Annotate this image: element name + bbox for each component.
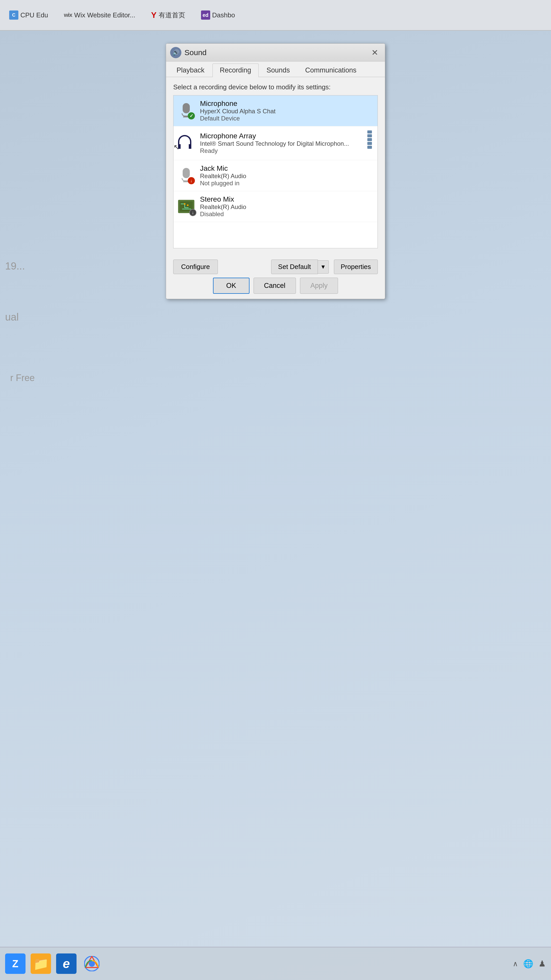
jack-mic-sub: Realtek(R) Audio	[200, 172, 374, 180]
description-text: Select a recording device below to modif…	[173, 83, 378, 91]
microphone-array-info: Microphone Array Intel® Smart Sound Tech…	[200, 132, 363, 154]
sound-dialog: 🔊 Sound ✕ Playback Recording Sounds Comm…	[166, 43, 385, 299]
dialog-overlay: 🔊 Sound ✕ Playback Recording Sounds Comm…	[0, 30, 551, 947]
set-default-dropdown-button[interactable]: ▼	[318, 260, 329, 274]
device-list[interactable]: ✓ Microphone HyperX Cloud Alpha S Chat D…	[173, 95, 378, 248]
tab-youdao[interactable]: Y 有道首页	[147, 8, 189, 22]
taskbar-zoom-icon[interactable]: Z	[5, 953, 25, 974]
tab-cpu-edu[interactable]: C CPU Edu	[5, 8, 52, 22]
tab-wix[interactable]: wix Wix Website Editor...	[60, 9, 139, 21]
tray-network-icon[interactable]: 🌐	[523, 959, 534, 969]
tray-arrow-icon[interactable]: ∧	[513, 959, 518, 968]
tab-youdao-label: 有道首页	[159, 11, 185, 20]
stereo-mix-icon-wrap: ↓	[177, 197, 195, 216]
tab-communications[interactable]: Communications	[298, 64, 364, 77]
configure-button[interactable]: Configure	[173, 259, 218, 274]
taskbar: Z 📁 e ∧ 🌐 ♟	[0, 947, 551, 980]
button-row-2: OK Cancel Apply	[173, 278, 378, 294]
tab-cpu-edu-label: CPU Edu	[21, 11, 48, 19]
ok-button[interactable]: OK	[213, 278, 249, 294]
microphone-array-icon	[178, 135, 194, 151]
level-bars	[367, 130, 372, 156]
jack-mic-name: Jack Mic	[200, 164, 374, 172]
microphone-array-sub: Intel® Smart Sound Technology for Digita…	[200, 140, 363, 147]
device-item-microphone-array[interactable]: Microphone Array Intel® Smart Sound Tech…	[173, 126, 378, 160]
wix-favicon: wix	[64, 12, 72, 18]
set-default-wrap: Set Default ▼	[271, 259, 329, 274]
sound-title-icon: 🔊	[170, 47, 181, 58]
default-device-check-icon: ✓	[188, 112, 195, 119]
browser-bar: C CPU Edu wix Wix Website Editor... Y 有道…	[0, 0, 551, 30]
stereo-mix-sub: Realtek(R) Audio	[200, 204, 374, 210]
device-item-stereo-mix[interactable]: ↓ Stereo Mix Realtek(R) Audio Disabled	[173, 191, 378, 222]
dialog-title: Sound	[184, 48, 365, 57]
stereo-mix-info: Stereo Mix Realtek(R) Audio Disabled	[200, 195, 374, 218]
dialog-body: Select a recording device below to modif…	[166, 77, 385, 259]
disabled-icon: ↓	[189, 209, 197, 216]
jack-mic-status: Not plugged in	[200, 180, 374, 187]
microphone-array-status: Ready	[200, 147, 363, 154]
microphone-array-name: Microphone Array	[200, 132, 363, 140]
tab-dashbo[interactable]: ed Dashbo	[197, 8, 239, 22]
tab-playback[interactable]: Playback	[169, 64, 212, 77]
device-item-microphone[interactable]: ✓ Microphone HyperX Cloud Alpha S Chat D…	[173, 95, 378, 126]
tabs-bar: Playback Recording Sounds Communications	[166, 62, 385, 77]
tab-sounds[interactable]: Sounds	[259, 64, 297, 77]
tab-wix-label: Wix Website Editor...	[74, 11, 135, 19]
button-row-1: Configure Set Default ▼ Properties	[173, 259, 378, 274]
stereo-mix-name: Stereo Mix	[200, 195, 374, 204]
dialog-titlebar: 🔊 Sound ✕	[166, 44, 385, 62]
microphone-array-icon-wrap	[177, 134, 195, 152]
tab-dashbo-label: Dashbo	[212, 11, 235, 19]
not-plugged-icon: ↓	[188, 177, 195, 184]
cancel-button[interactable]: Cancel	[254, 278, 296, 294]
svg-point-7	[187, 204, 189, 206]
microphone-status: Default Device	[200, 115, 374, 122]
ed-favicon: ed	[201, 11, 210, 20]
jack-mic-icon-wrap: ↓	[177, 166, 195, 185]
close-button[interactable]: ✕	[368, 46, 381, 59]
set-default-button[interactable]: Set Default	[271, 259, 318, 274]
taskbar-explorer-icon[interactable]: 📁	[30, 953, 51, 974]
svg-point-6	[184, 203, 186, 205]
microphone-icon-wrap: ✓	[177, 102, 195, 120]
tab-recording[interactable]: Recording	[213, 64, 259, 77]
jack-mic-info: Jack Mic Realtek(R) Audio Not plugged in	[200, 164, 374, 187]
tray-steam-icon[interactable]: ♟	[538, 959, 546, 969]
microphone-name: Microphone	[200, 100, 374, 108]
youdao-favicon: Y	[151, 11, 156, 20]
taskbar-system-tray: ∧ 🌐 ♟	[513, 959, 546, 969]
microphone-info: Microphone HyperX Cloud Alpha S Chat Def…	[200, 100, 374, 122]
stereo-mix-status: Disabled	[200, 210, 374, 218]
apply-button[interactable]: Apply	[300, 278, 338, 294]
taskbar-ie-icon[interactable]: e	[56, 953, 76, 974]
taskbar-chrome-icon[interactable]	[82, 953, 102, 974]
microphone-sub: HyperX Cloud Alpha S Chat	[200, 108, 374, 115]
dialog-bottom: Configure Set Default ▼ Properties OK Ca…	[166, 259, 385, 299]
properties-button[interactable]: Properties	[334, 259, 378, 274]
cpu-edu-favicon: C	[9, 11, 18, 20]
device-item-jack-mic[interactable]: ↓ Jack Mic Realtek(R) Audio Not plugged …	[173, 160, 378, 191]
